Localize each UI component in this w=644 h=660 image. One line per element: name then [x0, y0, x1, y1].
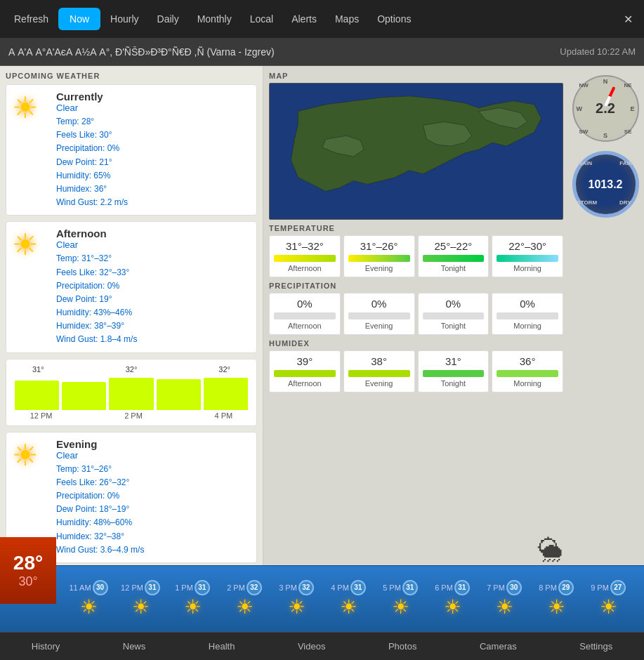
temp-morning-label: Morning — [497, 264, 558, 272]
precip-evening: 0% Evening — [343, 293, 415, 335]
hour-item-3: 2 PM 32 ☀ — [219, 580, 270, 619]
evening-dew: Dew Point: 18°–19° — [56, 503, 251, 516]
humidex-evening-label: Evening — [348, 379, 410, 388]
tab-health[interactable]: Health — [200, 635, 244, 657]
temp-afternoon-bar — [274, 255, 336, 262]
hour-sun-0: ☀ — [80, 595, 98, 619]
precip-evening-label: Evening — [348, 322, 410, 330]
currently-precip: Precipitation: 0% — [56, 142, 251, 155]
compass-widget: N NE E SE S SW W NW 2.2 — [572, 75, 639, 142]
daily-button[interactable]: Daily — [149, 9, 188, 29]
humidex-tonight: 31° Tonight — [418, 350, 489, 392]
bottom-tabs: History News Health Videos Photos Camera… — [0, 632, 644, 660]
temp-morning-bar — [497, 255, 558, 262]
precip-morning-bar — [497, 312, 558, 319]
currently-dew: Dew Point: 21° — [56, 156, 251, 169]
precip-morning-value: 0% — [497, 298, 558, 310]
hour-item-0: 11 AM 30 ☀ — [63, 580, 114, 619]
hour-item-10: 9 PM 27 ☀ — [583, 580, 633, 619]
refresh-button[interactable]: Refresh — [6, 9, 57, 29]
hour-time-3: 2 PM — [227, 583, 245, 592]
hour-time-4: 3 PM — [279, 583, 297, 592]
hour-circle-5: 31 — [350, 580, 366, 595]
humidex-morning-bar — [497, 370, 558, 377]
tab-history[interactable]: History — [23, 635, 68, 657]
evening-period: Evening — [56, 438, 251, 450]
tab-news[interactable]: News — [114, 635, 155, 657]
sun-icon-afternoon — [12, 245, 39, 257]
afternoon-wind: Wind Gust: 1.8–4 m/s — [56, 333, 251, 346]
hour-circle-7: 31 — [454, 580, 470, 595]
evening-humidex: Humidex: 32°–38° — [56, 530, 251, 543]
weather-map[interactable] — [269, 83, 563, 220]
temp-morning-value: 22°–30° — [497, 240, 558, 252]
compass-northwest: NW — [579, 82, 589, 88]
precip-tonight-value: 0% — [423, 298, 485, 310]
afternoon-feels: Feels Like: 32°–33° — [56, 266, 251, 279]
chart-bars — [12, 375, 251, 410]
chart-top-labels: 31° 32° 32° — [12, 365, 251, 374]
tab-photos[interactable]: Photos — [380, 635, 425, 657]
hour-item-2: 1 PM 31 ☀ — [167, 580, 218, 619]
tab-videos[interactable]: Videos — [289, 635, 334, 657]
hour-circle-9: 29 — [558, 580, 574, 595]
sun-icon-currently — [12, 108, 39, 120]
humidex-tonight-value: 31° — [423, 355, 485, 367]
hour-item-9: 8 PM 29 ☀ — [531, 580, 581, 619]
temp-tonight-bar — [423, 255, 485, 262]
currently-humidex: Humidex: 36° — [56, 183, 251, 196]
humidex-afternoon: 39° Afternoon — [269, 350, 341, 392]
temp-afternoon-value: 31°–32° — [274, 240, 336, 252]
precip-tonight: 0% Tonight — [418, 293, 489, 335]
hour-time-1: 12 PM — [121, 583, 143, 592]
options-button[interactable]: Options — [369, 9, 419, 29]
compass-value: 2.2 — [596, 100, 615, 117]
evening-temp: Temp: 31°–26° — [56, 463, 251, 476]
hour-time-6: 5 PM — [383, 583, 401, 592]
hour-item-7: 6 PM 31 ☀ — [427, 580, 478, 619]
humidex-tonight-bar — [423, 370, 485, 377]
hour-item-8: 7 PM 30 ☀ — [479, 580, 530, 619]
humidex-morning-label: Morning — [497, 379, 558, 388]
monthly-button[interactable]: Monthly — [189, 9, 240, 29]
humidex-afternoon-value: 39° — [274, 355, 336, 367]
location-bar: А А'А А°А'АєА А½А А°, Ð'ÑŠÐ»Ð³Ð°Ñ€Ð ,Ñ (… — [0, 38, 644, 66]
rain-cloud-icon: 🌦 — [538, 536, 563, 565]
precipitation-grid: 0% Afternoon 0% Evening 0% Tonight 0% Mo… — [269, 293, 563, 335]
local-button[interactable]: Local — [242, 9, 282, 29]
compass-east: E — [630, 105, 634, 112]
afternoon-condition: Clear — [56, 239, 251, 250]
tab-cameras[interactable]: Cameras — [471, 635, 525, 657]
baro-dry-label: DRY — [619, 199, 631, 206]
chart-bottom-labels: 12 PM 2 PM 4 PM — [12, 411, 251, 420]
tab-settings[interactable]: Settings — [571, 635, 621, 657]
hour-sun-10: ☀ — [600, 595, 617, 619]
evening-condition: Clear — [56, 450, 251, 461]
bar-2 — [62, 382, 106, 410]
alerts-button[interactable]: Alerts — [283, 9, 325, 29]
humidex-evening: 38° Evening — [343, 350, 415, 392]
hourly-strip-container: 28° 30° 11 AM 30 ☀ 12 PM 31 ☀ 1 PM 31 ☀ — [0, 565, 644, 632]
hour-circle-6: 31 — [402, 580, 418, 595]
hour-sun-7: ☀ — [444, 595, 461, 619]
humidex-afternoon-label: Afternoon — [274, 379, 336, 388]
afternoon-info: Afternoon Clear Temp: 31°–32° Feels Like… — [56, 227, 251, 346]
humidex-grid: 39° Afternoon 38° Evening 31° Tonight 36… — [269, 350, 563, 392]
baro-storm-label: STORM — [577, 199, 598, 206]
temp-evening-bar — [348, 255, 410, 262]
bar-3 — [109, 378, 153, 410]
hour-time-10: 9 PM — [591, 583, 609, 592]
precip-evening-value: 0% — [348, 298, 410, 310]
now-button[interactable]: Now — [58, 8, 100, 30]
afternoon-period: Afternoon — [56, 227, 251, 239]
close-button[interactable]: ✕ — [618, 10, 638, 29]
hour-sun-8: ☀ — [496, 595, 513, 619]
temp-evening-value: 31°–26° — [348, 240, 410, 252]
sun-icon-evening — [12, 456, 39, 468]
humidex-morning-value: 36° — [497, 355, 558, 367]
compass-south: S — [603, 132, 607, 139]
hourly-button[interactable]: Hourly — [102, 9, 147, 29]
humidex-morning: 36° Morning — [492, 350, 563, 392]
hour-time-2: 1 PM — [175, 583, 193, 592]
maps-button[interactable]: Maps — [327, 9, 367, 29]
